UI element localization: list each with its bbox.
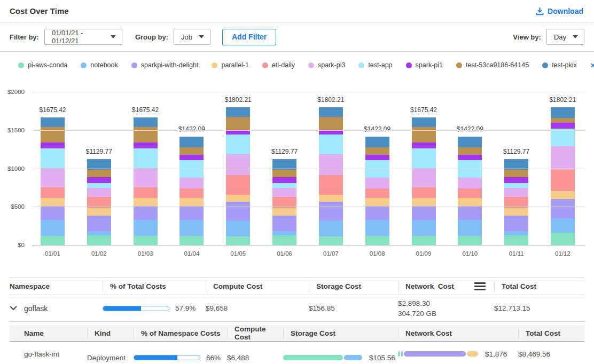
bar-segment-sparkpi-with-delight[interactable] [365,206,389,220]
bar-segment-spark-pi3[interactable] [134,168,158,188]
bar-segment-spark-pi1[interactable] [458,155,482,160]
legend-item-test-app[interactable]: test-app [358,61,392,69]
stacked-bar[interactable] [458,137,482,246]
column-header-name[interactable]: Name [24,328,87,338]
bar-segment-test-pkix[interactable] [134,117,158,128]
bar-segment-parallel-1[interactable] [226,195,250,202]
column-header-pct-namespace[interactable]: % of Namespace Costs [134,328,227,338]
bar-segment-test-pkix[interactable] [179,137,204,147]
download-button[interactable]: Download [536,7,583,15]
bar-segment-parallel-1[interactable] [272,208,296,216]
bar-segment-test-pkix[interactable] [319,107,343,116]
menu-icon[interactable] [474,281,486,291]
bar-segment-parallel-1[interactable] [179,198,204,206]
bar-segment-notebook[interactable] [226,220,250,236]
bar-segment-test-app[interactable] [87,183,111,188]
bar-segment-test-pkix[interactable] [412,117,436,128]
legend-item-sparkpi-with-delight[interactable]: sparkpi-with-delight [131,61,199,69]
namespace-cell[interactable]: goflask [10,304,103,313]
bar-segment-spark-pi1[interactable] [272,177,296,183]
bar-segment-spark-pi1[interactable] [412,143,436,148]
bar-segment-spark-pi3[interactable] [319,154,343,175]
bar-segment-test-53ca9186-64145[interactable] [365,147,389,155]
bar-segment-spark-pi3[interactable] [226,154,250,175]
bar-segment-notebook[interactable] [179,220,204,236]
column-header-storage[interactable]: Storage Cost [309,281,398,292]
column-header-namespace[interactable]: Namespace [10,281,103,292]
legend-item-notebook[interactable]: notebook [81,61,118,69]
bar-segment-spark-pi3[interactable] [551,146,575,170]
column-header-pct-total[interactable]: % of Total Costs [103,281,206,292]
bar-segment-notebook[interactable] [458,220,482,236]
bar-segment-test-app[interactable] [504,183,528,188]
bar-segment-spark-pi1[interactable] [551,123,575,129]
bar-segment-notebook[interactable] [412,220,436,236]
legend-item-etl-daily[interactable]: etl-daily [262,61,295,69]
bar-segment-etl-daily[interactable] [551,170,575,191]
bar-segment-sparkpi-with-delight[interactable] [41,206,65,220]
bar-segment-notebook[interactable] [41,220,65,236]
bar-segment-spark-pi1[interactable] [134,143,158,148]
bar-segment-spark-pi1[interactable] [504,177,528,183]
bar-segment-spark-pi1[interactable] [365,155,389,160]
bar-segment-pi-aws-conda[interactable] [134,236,158,246]
bar-segment-notebook[interactable] [134,220,158,236]
bar-segment-spark-pi3[interactable] [504,188,528,197]
bar-segment-sparkpi-with-delight[interactable] [134,206,158,220]
bar-segment-test-53ca9186-64145[interactable] [87,170,111,178]
column-header-network[interactable]: Network Cost [398,328,518,338]
stacked-bar[interactable] [504,159,528,246]
bar-segment-sparkpi-with-delight[interactable] [412,206,436,220]
bar-segment-spark-pi1[interactable] [226,131,250,135]
bar-segment-sparkpi-with-delight[interactable] [179,206,204,220]
legend-item-test-53ca9186-64145[interactable]: test-53ca9186-64145 [456,61,529,69]
bar-segment-sparkpi-with-delight[interactable] [87,216,111,231]
bar-segment-parallel-1[interactable] [412,198,436,206]
bar-segment-test-53ca9186-64145[interactable] [134,127,158,143]
bar-segment-pi-aws-conda[interactable] [412,236,436,246]
column-header-compute[interactable]: Compute Cost [206,281,309,292]
bar-segment-spark-pi1[interactable] [179,155,204,160]
bar-segment-spark-pi1[interactable] [41,143,65,148]
bar-segment-etl-daily[interactable] [226,175,250,194]
bar-segment-test-app[interactable] [226,134,250,154]
bar-segment-parallel-1[interactable] [134,198,158,206]
bar-segment-pi-aws-conda[interactable] [87,235,111,246]
workload-name-cell[interactable]: go-flask-int [24,349,87,359]
stacked-bar[interactable] [365,137,389,246]
bar-segment-spark-pi3[interactable] [179,178,204,188]
chevron-down-icon[interactable] [10,306,17,311]
bar-segment-test-pkix[interactable] [226,107,250,116]
legend-item-parallel-1[interactable]: parallel-1 [212,61,248,69]
bar-segment-notebook[interactable] [272,231,296,235]
stacked-bar[interactable] [41,117,65,246]
column-header-storage[interactable]: Storage Cost [283,328,398,338]
bar-segment-test-53ca9186-64145[interactable] [41,127,65,143]
bar-segment-spark-pi3[interactable] [41,168,65,188]
bar-segment-test-53ca9186-64145[interactable] [412,127,436,143]
bar-segment-test-app[interactable] [551,129,575,147]
bar-segment-test-53ca9186-64145[interactable] [551,118,575,123]
bar-segment-parallel-1[interactable] [41,198,65,206]
bar-segment-etl-daily[interactable] [134,187,158,198]
bar-segment-test-pkix[interactable] [458,137,482,147]
bar-segment-etl-daily[interactable] [458,188,482,198]
column-header-total[interactable]: Total Cost [518,328,584,338]
bar-segment-etl-daily[interactable] [179,188,204,198]
bar-segment-etl-daily[interactable] [41,187,65,198]
bar-segment-test-app[interactable] [319,134,343,154]
bar-segment-pi-aws-conda[interactable] [365,236,389,246]
bar-segment-parallel-1[interactable] [458,198,482,206]
bar-segment-spark-pi1[interactable] [319,131,343,135]
bar-segment-spark-pi3[interactable] [458,178,482,188]
bar-segment-test-pkix[interactable] [41,117,65,128]
bar-segment-sparkpi-with-delight[interactable] [551,199,575,218]
bar-segment-pi-aws-conda[interactable] [41,236,65,246]
bar-segment-test-53ca9186-64145[interactable] [458,147,482,155]
bar-segment-notebook[interactable] [504,231,528,235]
bar-segment-spark-pi1[interactable] [87,177,111,183]
bar-segment-parallel-1[interactable] [551,191,575,199]
view-by-select[interactable]: Day [546,29,584,45]
bar-segment-sparkpi-with-delight[interactable] [504,216,528,231]
stacked-bar[interactable] [319,107,343,246]
